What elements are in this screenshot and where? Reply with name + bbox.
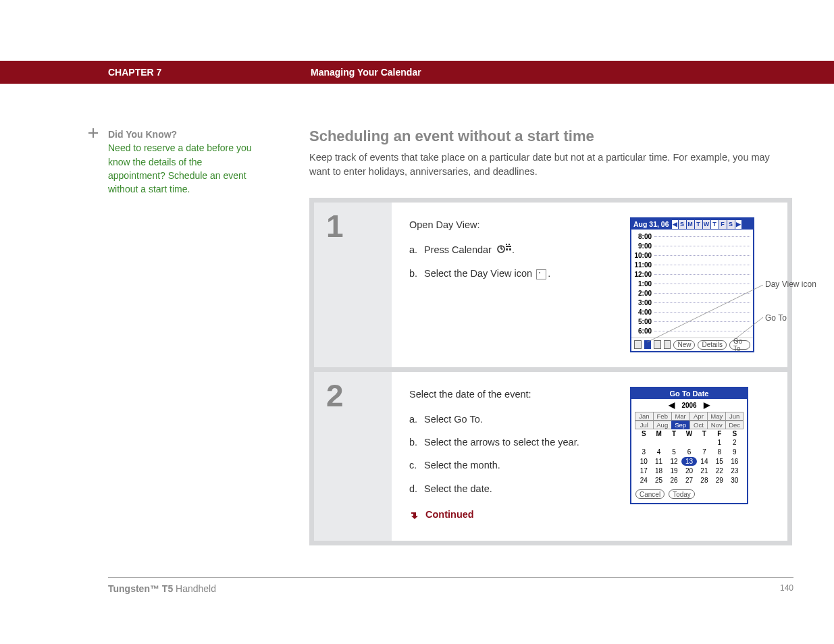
- goto-day-cell[interactable]: 5: [667, 448, 681, 456]
- goto-cancel-button[interactable]: Cancel: [635, 489, 664, 499]
- goto-month-cell[interactable]: Sep: [671, 421, 689, 429]
- goto-dow-head-cell: M: [651, 430, 666, 437]
- goto-day-cell[interactable]: 11: [651, 457, 666, 466]
- goto-day-cell[interactable]: 7: [697, 448, 712, 456]
- product-name: Tungsten™ T5 Handheld: [108, 583, 216, 594]
- year-next-arrow[interactable]: ▶: [704, 400, 710, 410]
- goto-day-cell[interactable]: 3: [636, 448, 651, 456]
- palm-dow-cell[interactable]: W: [703, 220, 710, 229]
- chapter-title: Managing Your Calendar: [311, 67, 421, 78]
- palm-hour-row[interactable]: 5:00: [634, 317, 753, 326]
- goto-day-cell: [667, 438, 681, 447]
- palm-dow-cell[interactable]: S: [727, 220, 735, 229]
- goto-day-cell[interactable]: 26: [667, 476, 681, 485]
- goto-day-cell[interactable]: 27: [681, 476, 696, 485]
- goto-month-cell[interactable]: Aug: [653, 421, 671, 429]
- palm-dow-cell[interactable]: T: [711, 220, 719, 229]
- goto-day-cell[interactable]: 6: [681, 448, 696, 456]
- day-view-icon-button[interactable]: [644, 340, 652, 349]
- sidebar-tip: Did You Know? Need to reserve a date bef…: [86, 128, 309, 545]
- goto-day-cell[interactable]: 21: [697, 466, 712, 475]
- step-2c: c. Select the month.: [409, 458, 630, 473]
- month-view-icon[interactable]: [664, 340, 671, 349]
- palm-hour-row[interactable]: 3:00: [634, 298, 753, 307]
- step-2: 2 Select the date of the event: a. Selec…: [314, 372, 787, 541]
- goto-day-cell[interactable]: 15: [712, 457, 727, 466]
- palm-dow-cell[interactable]: F: [719, 220, 727, 229]
- goto-month-cell[interactable]: Oct: [689, 421, 708, 429]
- goto-day-cell[interactable]: 20: [681, 466, 696, 475]
- palm-hour-row[interactable]: 12:00: [634, 269, 753, 279]
- palm-date: Aug 31, 06: [633, 220, 669, 228]
- goto-week-row: 24252627282930: [636, 476, 742, 485]
- goto-day-cell[interactable]: 8: [712, 448, 727, 456]
- goto-day-cell[interactable]: 29: [712, 476, 727, 485]
- goto-day-cell[interactable]: 25: [651, 476, 666, 485]
- continued-label: Continued: [425, 509, 474, 520]
- goto-day-cell[interactable]: 17: [636, 466, 651, 475]
- palm-details-button[interactable]: Details: [698, 340, 727, 350]
- goto-day-cell[interactable]: 10: [636, 457, 651, 466]
- palm-next-arrow[interactable]: ▶: [735, 220, 741, 229]
- chapter-label: CHAPTER 7: [108, 67, 311, 78]
- goto-day-cell[interactable]: 30: [727, 476, 742, 485]
- palm-hour-row[interactable]: 9:00: [634, 241, 753, 250]
- goto-dow-head-cell: S: [636, 430, 651, 437]
- palm-new-button[interactable]: New: [673, 340, 695, 350]
- goto-day-cell[interactable]: 19: [667, 466, 681, 475]
- svg-rect-9: [509, 248, 511, 250]
- step-1-lead: Open Day View:: [409, 217, 630, 232]
- goto-dow-head-cell: F: [712, 430, 727, 437]
- step-1a: a. Press Calendar: [409, 242, 630, 258]
- goto-day-cell[interactable]: 2: [727, 438, 742, 447]
- goto-month-cell[interactable]: Nov: [707, 421, 725, 429]
- step-2a: a. Select Go To.: [409, 412, 630, 427]
- agenda-view-icon[interactable]: [634, 340, 642, 349]
- goto-day-cell[interactable]: 24: [636, 476, 651, 485]
- year-prev-arrow[interactable]: ◀: [669, 400, 675, 410]
- did-you-know-text: Need to reserve a date before you know t…: [108, 142, 251, 194]
- palm-prev-arrow[interactable]: ◀: [672, 220, 678, 229]
- goto-month-cell[interactable]: Feb: [653, 412, 671, 421]
- goto-day-cell[interactable]: 1: [712, 438, 727, 447]
- goto-month-cell[interactable]: Mar: [671, 412, 689, 421]
- did-you-know-title: Did You Know?: [108, 129, 177, 140]
- page-heading: Scheduling an event without a start time: [309, 128, 792, 145]
- intro-paragraph: Keep track of events that take place on …: [309, 151, 792, 179]
- palm-hour-row[interactable]: 4:00: [634, 307, 753, 317]
- goto-today-button[interactable]: Today: [669, 489, 695, 499]
- goto-day-cell[interactable]: 22: [712, 466, 727, 475]
- palm-dow-cell[interactable]: S: [679, 220, 686, 229]
- goto-day-cell[interactable]: 12: [667, 457, 681, 466]
- continued-arrow-icon: [409, 507, 419, 522]
- goto-day-cell: [651, 438, 666, 447]
- palm-hour-row[interactable]: 1:00: [634, 279, 753, 288]
- goto-month-cell[interactable]: Dec: [725, 421, 744, 429]
- goto-day-cell[interactable]: 9: [727, 448, 742, 456]
- goto-day-cell[interactable]: 4: [651, 448, 666, 456]
- goto-month-cell[interactable]: Jan: [635, 412, 653, 421]
- palm-goto-button[interactable]: Go To: [729, 340, 750, 350]
- palm-dow-cell[interactable]: T: [695, 220, 702, 229]
- goto-month-cell[interactable]: Jul: [635, 421, 653, 429]
- svg-rect-7: [506, 246, 511, 247]
- week-view-icon[interactable]: [654, 340, 661, 349]
- palm-hour-row[interactable]: 2:00: [634, 288, 753, 298]
- palm-dow-cell[interactable]: M: [687, 220, 694, 229]
- goto-day-cell[interactable]: 13: [681, 457, 696, 466]
- goto-month-cell[interactable]: Apr: [689, 412, 708, 421]
- goto-month-cell[interactable]: May: [707, 412, 725, 421]
- palm-hour-row[interactable]: 11:00: [634, 260, 753, 269]
- goto-day-cell[interactable]: 14: [697, 457, 712, 466]
- palm-bottom-bar: New Details Go To: [631, 338, 753, 351]
- palm-hour-row[interactable]: 10:00: [634, 250, 753, 260]
- goto-day-cell[interactable]: 28: [697, 476, 712, 485]
- goto-day-cell[interactable]: 16: [727, 457, 742, 466]
- svg-rect-5: [506, 244, 507, 245]
- goto-day-cell[interactable]: 18: [651, 466, 666, 475]
- goto-month-cell[interactable]: Jun: [725, 412, 744, 421]
- goto-year: 2006: [681, 402, 696, 409]
- goto-day-cell[interactable]: 23: [727, 466, 742, 475]
- palm-hour-row[interactable]: 6:00: [634, 326, 753, 336]
- palm-hour-row[interactable]: 8:00: [634, 232, 753, 241]
